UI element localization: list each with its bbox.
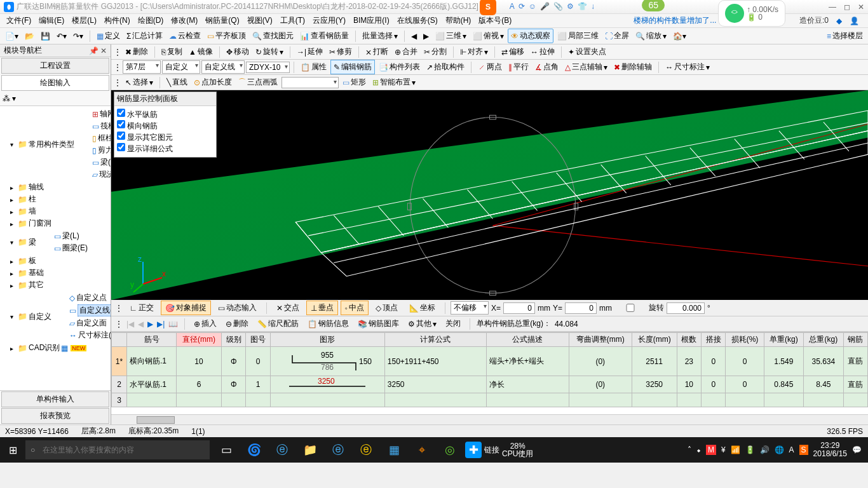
offset-btn[interactable]: ⇄ 偏移 — [499, 45, 527, 58]
tray-icon[interactable]: M — [706, 445, 716, 455]
cpu-widget[interactable]: 28%CPU使用 — [502, 437, 533, 463]
rotate-checkbox[interactable] — [614, 304, 646, 312]
score-badge[interactable]: 65 — [642, 0, 665, 11]
local3d-button[interactable]: ⬜局部三维 — [555, 29, 601, 43]
grip-icon[interactable]: ⋮ — [114, 63, 121, 72]
next-button[interactable]: ▶ — [421, 30, 431, 42]
nav-book[interactable]: 📖 — [168, 320, 178, 329]
tree-view[interactable]: 📁常用构件类型 ⊞轴网(J) ▭筏板基础(M) ▯框柱(Z) ▯剪力墙(Q) ▭… — [0, 106, 111, 390]
menu-modify[interactable]: 修改(M) — [168, 14, 200, 27]
draw-dropdown[interactable] — [281, 77, 339, 88]
batch-button[interactable]: 批量选择▾ — [360, 29, 400, 43]
tab-single-input[interactable]: 单构件输入 — [1, 391, 109, 407]
dim-button[interactable]: ↔ 尺寸标注▾ — [663, 60, 712, 74]
choosefloor-button[interactable]: ≡选择楼层 — [824, 29, 865, 43]
menu-draw[interactable]: 绘图(D) — [135, 14, 166, 27]
zoom-button[interactable]: 🔍缩放▾ — [633, 29, 669, 43]
app-icon[interactable]: 📁 — [297, 437, 323, 463]
chk-trans[interactable] — [117, 120, 125, 128]
chk-formula[interactable] — [117, 143, 125, 151]
coord-button[interactable]: 📐 坐标 — [405, 301, 440, 315]
trim-btn[interactable]: ✂ 修剪 — [327, 45, 355, 58]
twopt-button[interactable]: ⟋ 两点 — [475, 60, 505, 74]
barlib-button[interactable]: 📚 钢筋图库 — [355, 317, 402, 330]
menu-file[interactable]: 文件(F) — [4, 14, 34, 27]
smart-button[interactable]: ⊞ 智能布置▾ — [370, 76, 418, 89]
home-button[interactable]: 🏠▾ — [670, 30, 689, 42]
rotate-input[interactable] — [667, 302, 705, 314]
topview-button[interactable]: ⬜俯视▾ — [470, 29, 506, 43]
rebar-display-panel[interactable]: 钢筋显示控制面板 水平纵筋 横向钢筋 显示其它图元 显示详细公式 — [114, 92, 217, 158]
dynview-button[interactable]: 👁动态观察 — [508, 29, 553, 43]
close-button[interactable]: ✕ — [858, 3, 864, 11]
taskbar-search[interactable]: ○ — [25, 440, 210, 459]
balance-button[interactable]: ▭平齐板顶 — [205, 29, 248, 43]
tree-selected-item[interactable]: ▭自定义线(X)▦NE — [62, 304, 111, 317]
nav-last[interactable]: ▶| — [157, 320, 165, 329]
taskview-icon[interactable]: ▭ — [214, 437, 239, 463]
new-button[interactable]: 📄▾ — [3, 30, 21, 42]
checkbar-button[interactable]: 📊查看钢筋量 — [297, 29, 351, 43]
left-toolbar[interactable]: ⁂ ▾ — [0, 92, 111, 106]
start-button[interactable]: ⊞ — [0, 444, 25, 456]
menu-online[interactable]: 在线服务(S) — [395, 14, 440, 27]
insert-button[interactable]: ⊕ 插入 — [191, 317, 219, 330]
rotate-btn[interactable]: ↻ 旋转▾ — [253, 45, 286, 58]
mid-button[interactable]: ◦ 中点 — [341, 301, 369, 315]
sum-button[interactable]: Σ汇总计算 — [124, 29, 165, 43]
vertex-button[interactable]: ◇ 顶点 — [371, 301, 402, 315]
delaux-button[interactable]: ✖ 删除辅轴 — [611, 60, 654, 74]
ptang-button[interactable]: ∡ 点角 — [532, 60, 561, 74]
tray-icon[interactable]: 🌐 — [775, 445, 784, 454]
tray-icon[interactable]: 🔊 — [760, 445, 770, 454]
split-btn[interactable]: ✂ 分割 — [421, 45, 449, 58]
sogou-icon[interactable]: S — [480, 0, 496, 15]
fullscreen-button[interactable]: ⛶全屏 — [602, 29, 632, 43]
save-button[interactable]: 💾 — [38, 30, 53, 42]
osnap-button[interactable]: 🎯 对象捕捉 — [161, 301, 211, 315]
extend-btn[interactable]: →| 延伸 — [294, 45, 325, 58]
stretch-btn[interactable]: ↔ 拉伸 — [528, 45, 557, 58]
tray-icon[interactable]: ¥ — [721, 445, 726, 454]
app-icon[interactable]: ⌖ — [409, 437, 435, 463]
rebar-table[interactable]: 筋号 直径(mm) 级别 图号 图形 计算公式 公式描述 弯曲调整(mm) 长度… — [111, 332, 868, 414]
menu-help[interactable]: 帮助(H) — [443, 14, 474, 27]
user-icon[interactable]: 👤 — [847, 15, 862, 27]
cloudcheck-button[interactable]: ☁云检查 — [166, 29, 203, 43]
open-button[interactable]: 📂 — [22, 30, 37, 42]
grip-icon[interactable]: ⋮ — [115, 304, 123, 313]
category-dropdown[interactable]: 自定义 — [162, 60, 200, 74]
redo-button[interactable]: ↷▾ — [71, 30, 86, 42]
nav-prev[interactable]: ◀ — [138, 320, 144, 329]
chk-horiz[interactable] — [117, 109, 125, 117]
tray-clock[interactable]: 23:292018/6/15 — [813, 442, 847, 458]
threeaux-button[interactable]: △ 三点辅轴▾ — [562, 60, 610, 74]
find-button[interactable]: 🔍查找图元 — [250, 29, 296, 43]
tray-notif-icon[interactable]: 💬 — [852, 445, 862, 454]
other-button[interactable]: ⚙ 其他▾ — [405, 317, 439, 330]
offset-dropdown[interactable]: 不偏移 — [451, 301, 489, 315]
chk-other[interactable] — [117, 132, 125, 140]
delete2-button[interactable]: ⊖ 删除 — [223, 317, 251, 330]
tray-icon[interactable]: 🔋 — [745, 445, 755, 454]
tray-icon[interactable]: S — [799, 445, 808, 455]
y-input[interactable] — [565, 302, 597, 314]
taskbar-link[interactable]: 链接 — [484, 437, 499, 463]
menu-tool[interactable]: 工具(T) — [278, 14, 308, 27]
table-row[interactable]: 1* 横向钢筋.1 10 Φ 0 955 786 150 150+1911+45… — [112, 347, 868, 376]
scalebar-button[interactable]: 📏 缩尺配筋 — [255, 317, 301, 330]
tab-report-preview[interactable]: 报表预览 — [1, 408, 109, 424]
app-icon[interactable]: ⓔ — [269, 437, 295, 463]
code-dropdown[interactable]: ZDYX-10 — [246, 62, 290, 73]
app-icon[interactable]: ⓔ — [325, 437, 351, 463]
horizontal-scrollbar[interactable] — [111, 414, 868, 424]
3d-viewport[interactable]: 钢筋显示控制面板 水平纵筋 横向钢筋 显示其它图元 显示详细公式 z x y — [111, 90, 868, 300]
app-icon[interactable]: ▦ — [381, 437, 407, 463]
grip-icon[interactable]: ⋮ — [114, 48, 121, 57]
menu-cloud[interactable]: 云应用(Y) — [310, 14, 348, 27]
editbar-button[interactable]: ✎ 编辑钢筋 — [330, 60, 375, 74]
tip-text[interactable]: 楼梯的构件数量增加了... — [631, 14, 719, 27]
ptlen-button[interactable]: ⊙ 点加长度 — [191, 76, 234, 89]
zaojia-label[interactable]: 造价豆:0 — [797, 14, 831, 27]
network-widget[interactable]: ⌔ ↑ 0.00K/s 🔋 0 — [718, 0, 785, 27]
